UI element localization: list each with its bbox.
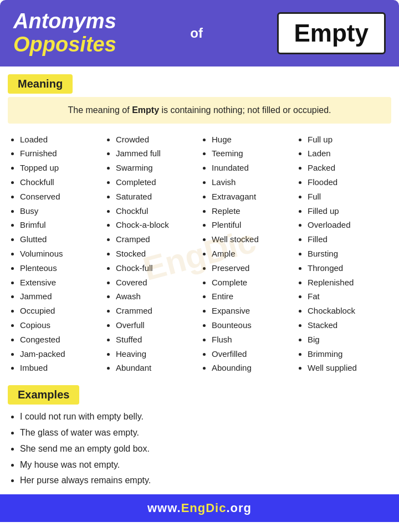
list-item: Covered (116, 275, 197, 290)
list-item: Imbued (20, 361, 101, 375)
list-item: Plentiful (212, 218, 293, 232)
list-item: Extravagant (212, 190, 293, 204)
meaning-bold-word: Empty (132, 105, 159, 115)
footer-text: www.EngDic.org (147, 501, 252, 515)
list-item: My house was not empty. (20, 457, 391, 473)
list-item: Flooded (308, 175, 389, 190)
list-item: The glass of water was empty. (20, 425, 391, 441)
words-col-2: CrowdedJammed fullSwarmingCompletedSatur… (104, 132, 200, 376)
list-item: Glutted (20, 232, 101, 247)
list-item: Busy (20, 204, 101, 218)
list-item: Furnished (20, 146, 101, 161)
list-item: Laden (308, 146, 389, 161)
list-item: She send me an empty gold box. (20, 441, 391, 457)
header-word-box: Empty (277, 12, 386, 54)
list-item: Filled (308, 232, 389, 247)
list-item: Full up (308, 132, 389, 147)
list-item: Bounteous (212, 318, 293, 332)
list-item: Thronged (308, 261, 389, 275)
examples-section: Examples I could not run with empty bell… (0, 381, 399, 494)
list-item: Overloaded (308, 218, 389, 232)
list-item: Abounding (212, 361, 293, 375)
list-item: Loaded (20, 132, 101, 147)
list-item: Swarming (116, 161, 197, 175)
meaning-suffix: is containing nothing; not filled or occ… (159, 105, 331, 115)
list-item: Stacked (308, 318, 389, 332)
list-item: Cramped (116, 232, 197, 247)
list-item: Packed (308, 161, 389, 175)
list-item: Teeming (212, 146, 293, 161)
list-item: Replete (212, 204, 293, 218)
meaning-text: The meaning of Empty is containing nothi… (8, 97, 391, 124)
list-item: Replenished (308, 275, 389, 290)
list-item: Voluminous (20, 247, 101, 261)
words-list-1: LoadedFurnishedTopped upChockfullConserv… (10, 132, 101, 376)
words-section: EngDic LoadedFurnishedTopped upChockfull… (0, 129, 399, 381)
list-item: Saturated (116, 190, 197, 204)
list-item: Expansive (212, 304, 293, 318)
footer-domain-highlight: EngDic (181, 501, 227, 515)
list-item: Crammed (116, 304, 197, 318)
list-item: Chockfull (20, 175, 101, 190)
words-col-3: HugeTeemingInundatedLavishExtravagantRep… (200, 132, 295, 376)
meaning-label: Meaning (18, 78, 63, 90)
list-item: Huge (212, 132, 293, 147)
footer: www.EngDic.org (0, 494, 399, 522)
words-list-2: CrowdedJammed fullSwarmingCompletedSatur… (106, 132, 197, 376)
list-item: Jam-packed (20, 347, 101, 361)
list-item: Completed (116, 175, 197, 190)
list-item: Inundated (212, 161, 293, 175)
list-item: Big (308, 332, 389, 347)
list-item: Topped up (20, 161, 101, 175)
list-item: Chockablock (308, 304, 389, 318)
list-item: Conserved (20, 190, 101, 204)
list-item: Ample (212, 247, 293, 261)
list-item: Bursting (308, 247, 389, 261)
list-item: Extensive (20, 275, 101, 290)
opposites-title: Opposites (13, 33, 116, 57)
list-item: Stocked (116, 247, 197, 261)
list-item: Overfull (116, 318, 197, 332)
meaning-section: Meaning The meaning of Empty is containi… (0, 66, 399, 124)
list-item: Well supplied (308, 361, 389, 375)
list-item: Fat (308, 289, 389, 304)
examples-label-box: Examples (8, 385, 79, 405)
list-item: Jammed full (116, 146, 197, 161)
antonyms-title: Antonyms (13, 10, 116, 33)
list-item: I could not run with empty belly. (20, 409, 391, 425)
examples-list: I could not run with empty belly.The gla… (8, 409, 391, 489)
list-item: Copious (20, 318, 101, 332)
list-item: Full (308, 190, 389, 204)
list-item: Heaving (116, 347, 197, 361)
list-item: Preserved (212, 261, 293, 275)
list-item: Congested (20, 332, 101, 347)
list-item: Abundant (116, 361, 197, 375)
list-item: Brimming (308, 347, 389, 361)
examples-label: Examples (18, 388, 69, 401)
list-item: Complete (212, 275, 293, 290)
header: Antonyms Opposites of Empty (0, 0, 399, 66)
meaning-prefix: The meaning of (68, 105, 132, 115)
list-item: Jammed (20, 289, 101, 304)
words-list-4: Full upLadenPackedFloodedFullFilled upOv… (298, 132, 389, 376)
list-item: Awash (116, 289, 197, 304)
list-item: Crowded (116, 132, 197, 147)
list-item: Plenteous (20, 261, 101, 275)
words-list-3: HugeTeemingInundatedLavishExtravagantRep… (202, 132, 293, 376)
list-item: Well stocked (212, 232, 293, 247)
words-col-1: LoadedFurnishedTopped upChockfullConserv… (8, 132, 104, 376)
header-of-label: of (190, 25, 203, 41)
list-item: Flush (212, 332, 293, 347)
list-item: Stuffed (116, 332, 197, 347)
list-item: Occupied (20, 304, 101, 318)
words-grid: LoadedFurnishedTopped upChockfullConserv… (8, 132, 391, 376)
list-item: Chock-full (116, 261, 197, 275)
header-word: Empty (294, 19, 369, 47)
list-item: Overfilled (212, 347, 293, 361)
header-title-block: Antonyms Opposites (13, 10, 116, 57)
words-col-4: Full upLadenPackedFloodedFullFilled upOv… (295, 132, 391, 376)
list-item: Filled up (308, 204, 389, 218)
meaning-label-box: Meaning (8, 74, 73, 94)
list-item: Entire (212, 289, 293, 304)
list-item: Chock-a-block (116, 218, 197, 232)
